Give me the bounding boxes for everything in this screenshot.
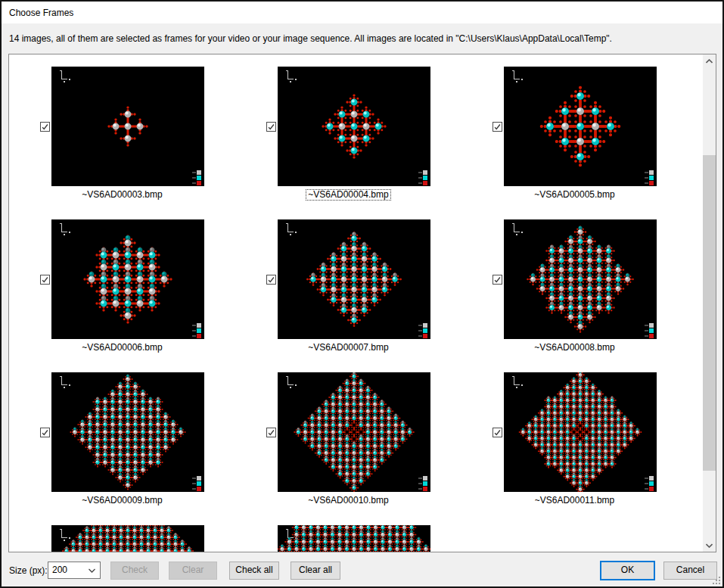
check-icon (493, 123, 502, 131)
cancel-button[interactable]: Cancel (663, 562, 717, 580)
frame-thumbnail[interactable] (504, 219, 657, 339)
scroll-up-button[interactable] (703, 54, 716, 67)
frame-filename[interactable]: ~VS6AD00006.bmp (79, 342, 164, 353)
frame-thumbnail[interactable] (51, 219, 204, 339)
frame-checkbox[interactable] (493, 275, 502, 285)
frame-thumbnail[interactable] (278, 525, 430, 552)
frame-cell: ~VS6AD00006.bmp (9, 207, 235, 360)
frame-filename[interactable]: ~VS6AD00004.bmp (306, 189, 390, 201)
check-icon (267, 275, 275, 284)
frame-cell: ~VS6AD00008.bmp (461, 207, 688, 360)
chevron-down-icon (706, 543, 713, 548)
info-text: 14 images, all of them are selected as f… (9, 33, 612, 44)
frame-cell: ~VS6AD00004.bmp (235, 54, 461, 207)
frame-checkbox[interactable] (40, 122, 50, 132)
check-icon (41, 275, 49, 284)
check-icon (41, 428, 49, 437)
frame-cell: ~VS6AD00007.bmp (235, 207, 461, 360)
size-select[interactable]: 200 (48, 562, 101, 579)
frame-filename-row: ~VS6AD00011.bmp (461, 495, 688, 507)
frame-filename[interactable]: ~VS6AD00003.bmp (79, 189, 164, 201)
frame-filename-row: ~VS6AD00008.bmp (461, 342, 688, 354)
clear-button[interactable]: Clear (169, 562, 217, 580)
frame-filename-row: ~VS6AD00004.bmp (235, 189, 461, 201)
check-icon (267, 428, 275, 437)
frame-filename-row: ~VS6AD00003.bmp (9, 189, 235, 201)
scrollbar[interactable] (703, 54, 716, 552)
frame-cell (235, 513, 461, 552)
size-value: 200 (52, 565, 67, 575)
check-all-button[interactable]: Check all (229, 562, 279, 580)
frame-thumbnail[interactable] (278, 372, 430, 492)
size-label: Size (px): (9, 565, 48, 576)
frame-filename[interactable]: ~VS6AD00005.bmp (532, 189, 617, 201)
check-icon (41, 123, 49, 131)
check-button[interactable]: Check (110, 562, 159, 580)
scrollbar-thumb[interactable] (703, 155, 716, 471)
frames-viewport: ~VS6AD00003.bmp ~VS6AD00004.bmp ~VS6AD00… (8, 54, 716, 552)
frame-filename[interactable]: ~VS6AD00011.bmp (533, 495, 617, 506)
frame-filename[interactable]: ~VS6AD00007.bmp (306, 342, 390, 353)
dialog-title: Choose Frames (9, 8, 73, 18)
frame-filename-row: ~VS6AD00009.bmp (9, 495, 235, 507)
frame-thumbnail[interactable] (278, 67, 430, 186)
chevron-down-icon (89, 568, 95, 573)
frame-thumbnail[interactable] (51, 525, 204, 552)
frame-cell: ~VS6AD00011.bmp (461, 360, 688, 513)
frame-checkbox[interactable] (266, 428, 276, 437)
frame-filename-row: ~VS6AD00006.bmp (9, 342, 235, 354)
scroll-down-button[interactable] (703, 539, 716, 552)
ok-button[interactable]: OK (600, 561, 655, 580)
frame-checkbox[interactable] (40, 428, 50, 437)
frame-filename-row: ~VS6AD00007.bmp (235, 342, 461, 354)
check-icon (267, 123, 275, 131)
clear-all-button[interactable]: Clear all (291, 562, 340, 580)
frame-cell: ~VS6AD00009.bmp (9, 360, 235, 513)
frame-checkbox[interactable] (493, 122, 502, 132)
check-icon (493, 428, 502, 437)
frames-grid: ~VS6AD00003.bmp ~VS6AD00004.bmp ~VS6AD00… (9, 54, 688, 552)
frame-checkbox[interactable] (40, 275, 50, 285)
frame-cell (9, 513, 235, 552)
frame-thumbnail[interactable] (51, 372, 204, 492)
frame-checkbox[interactable] (493, 428, 502, 437)
frame-filename[interactable]: ~VS6AD00009.bmp (79, 495, 164, 506)
choose-frames-dialog: Choose Frames 14 images, all of them are… (0, 0, 724, 588)
frame-cell: ~VS6AD00005.bmp (461, 54, 688, 207)
info-bar: 14 images, all of them are selected as f… (2, 23, 722, 54)
frame-thumbnail[interactable] (278, 219, 430, 339)
frame-filename-row: ~VS6AD00005.bmp (461, 189, 688, 201)
frame-filename[interactable]: ~VS6AD00010.bmp (306, 495, 390, 506)
frame-cell: ~VS6AD00010.bmp (235, 360, 461, 513)
resize-grip[interactable] (713, 577, 721, 585)
frame-thumbnail[interactable] (504, 67, 657, 186)
frame-thumbnail[interactable] (51, 67, 204, 186)
frame-checkbox[interactable] (266, 275, 276, 285)
check-icon (493, 275, 502, 284)
dialog-titlebar: Choose Frames (2, 2, 722, 23)
frame-filename-row: ~VS6AD00010.bmp (235, 495, 461, 507)
frame-filename[interactable]: ~VS6AD00008.bmp (532, 342, 617, 353)
frame-checkbox[interactable] (266, 122, 276, 132)
frame-cell: ~VS6AD00003.bmp (9, 54, 235, 207)
chevron-up-icon (706, 59, 713, 64)
frame-thumbnail[interactable] (504, 372, 657, 492)
